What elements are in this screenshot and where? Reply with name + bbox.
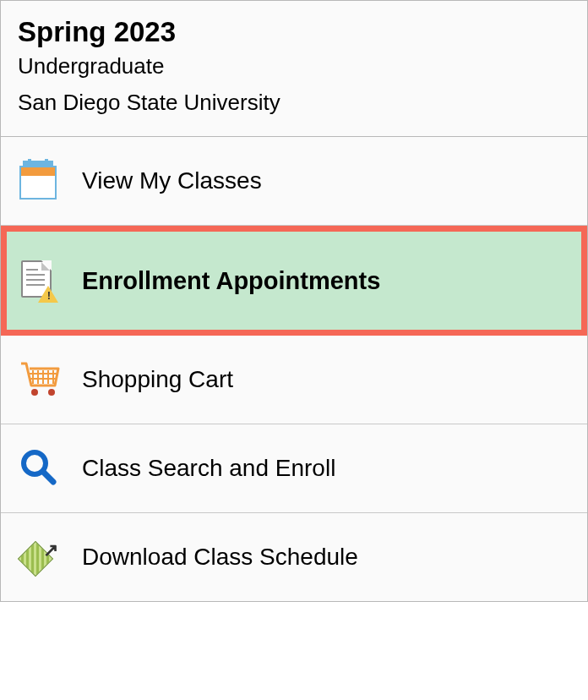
svg-point-8	[48, 389, 55, 396]
menu-label: Download Class Schedule	[82, 544, 358, 571]
institution-label: San Diego State University	[18, 90, 570, 116]
calendar-icon	[18, 159, 67, 203]
menu-label: Class Search and Enroll	[82, 455, 335, 482]
menu-label: Shopping Cart	[82, 366, 233, 393]
menu-item-shopping-cart[interactable]: Shopping Cart	[1, 336, 587, 424]
menu-item-view-classes[interactable]: View My Classes	[1, 137, 587, 226]
menu-label: View My Classes	[82, 167, 262, 194]
term-title: Spring 2023	[18, 16, 570, 48]
menu-item-class-search[interactable]: Class Search and Enroll	[1, 424, 587, 513]
shopping-cart-icon	[18, 358, 67, 402]
download-schedule-icon: ↗	[18, 535, 67, 579]
svg-line-10	[43, 472, 53, 482]
search-icon	[18, 446, 67, 490]
menu-item-download-schedule[interactable]: ↗ Download Class Schedule	[1, 513, 587, 601]
svg-point-7	[31, 389, 38, 396]
menu-item-enrollment-appointments[interactable]: ! Enrollment Appointments	[1, 226, 587, 336]
menu-label: Enrollment Appointments	[82, 267, 380, 295]
term-header: Spring 2023 Undergraduate San Diego Stat…	[1, 1, 587, 137]
career-label: Undergraduate	[18, 53, 570, 79]
document-warning-icon: !	[18, 259, 67, 303]
enrollment-panel: Spring 2023 Undergraduate San Diego Stat…	[0, 0, 588, 602]
